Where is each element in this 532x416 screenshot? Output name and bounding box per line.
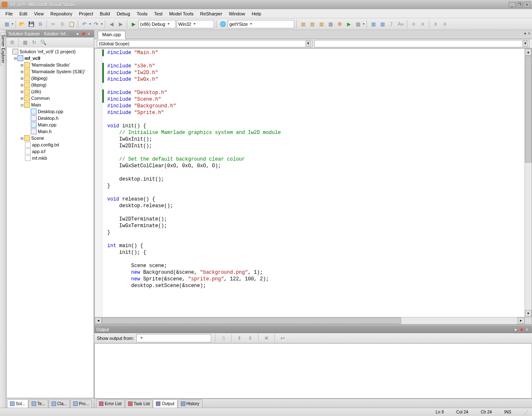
tool-icon[interactable]: ▦ [308, 20, 316, 28]
cut-button[interactable]: ✂ [49, 20, 57, 28]
tree-solution-node[interactable]: Solution 'mf_vc9' (1 project) [7, 48, 94, 55]
tab-error-list[interactable]: Error List [96, 399, 125, 408]
tab-dropdown-icon[interactable]: ▾ [524, 31, 526, 36]
save-all-button[interactable]: ⎘ [36, 20, 44, 28]
menu-model-tools[interactable]: Model Tools [166, 10, 197, 17]
menu-view[interactable]: View [31, 10, 47, 17]
menu-project[interactable]: Project [76, 10, 96, 17]
tab-team-explorer[interactable]: Te... [29, 399, 48, 408]
tree-project-node[interactable]: ⊟mf_vc9 [7, 55, 94, 62]
menu-debug[interactable]: Debug [114, 10, 133, 17]
tree-folder[interactable]: ⊞'Marmalade Studio' [7, 62, 94, 68]
panel-dropdown-icon[interactable]: ▾ [74, 32, 80, 36]
nav-fwd-button[interactable]: ▶ [116, 20, 125, 28]
show-all-icon[interactable]: ▦ [21, 38, 29, 47]
output-tool-icon[interactable]: ⎙ [219, 334, 227, 342]
tree-folder[interactable]: ⊞(zlib) [7, 88, 94, 95]
tree-folder[interactable]: ⊞(libpng) [7, 82, 94, 88]
indent-less-button[interactable]: ≡ [409, 20, 418, 28]
output-tool-icon[interactable]: ⬆ [235, 334, 244, 342]
view-icon[interactable]: 🔍 [39, 38, 47, 47]
tree-folder[interactable]: ⊞'Marmalade System (S3E)' [7, 68, 94, 75]
tool-icon[interactable]: ▦ [369, 20, 377, 28]
scroll-down-icon[interactable]: ▼ [525, 310, 532, 317]
output-clear-icon[interactable]: ✖ [262, 334, 271, 342]
refresh-icon[interactable]: ↻ [30, 38, 38, 47]
tool-icon[interactable]: ⚙ [335, 20, 344, 28]
nav-back-button[interactable]: ◀ [107, 20, 116, 28]
tool-icon[interactable]: ▦ [378, 20, 387, 28]
tab-close-icon[interactable]: × [528, 31, 530, 36]
tool-icon[interactable]: ▦ [317, 20, 325, 28]
scroll-thumb[interactable] [102, 317, 401, 324]
tree-folder-main[interactable]: ⊟Main [7, 102, 94, 108]
vertical-scrollbar[interactable]: ▲ ▼ [525, 49, 532, 317]
comment-button[interactable]: ≡ [431, 20, 440, 28]
tree-folder[interactable]: ⊞Scene [7, 135, 94, 141]
properties-icon[interactable]: ⚙ [8, 38, 16, 47]
tool-icon[interactable]: ▦ [354, 20, 362, 28]
close-button[interactable]: × [524, 2, 530, 7]
menu-help[interactable]: Help [249, 10, 264, 17]
menu-edit[interactable]: Edit [17, 10, 30, 17]
start-debug-button[interactable]: ▶ [129, 20, 138, 28]
solution-tree[interactable]: Solution 'mf_vc9' (1 project) ⊟mf_vc9 ⊞'… [6, 47, 94, 398]
tree-file[interactable]: Main.h [7, 128, 94, 135]
output-source-dropdown[interactable]: ▼ [136, 334, 211, 342]
paste-button[interactable]: 📋 [67, 20, 76, 28]
tab-task-list[interactable]: Task List [125, 399, 153, 408]
scroll-thumb[interactable] [525, 56, 532, 163]
copy-button[interactable]: ⎘ [58, 20, 66, 28]
panel-dropdown-icon[interactable]: ▾ [512, 327, 518, 332]
menu-build[interactable]: Build [97, 10, 113, 17]
code-text[interactable]: #include "Main.h" #include "s3e.h" #incl… [95, 49, 525, 289]
tab-output[interactable]: Output [153, 399, 177, 408]
scroll-up-icon[interactable]: ▲ [525, 49, 532, 56]
scroll-right-icon[interactable]: ▶ [517, 317, 525, 324]
panel-close-icon[interactable]: × [524, 327, 530, 332]
tab-property-manager[interactable]: Pro... [70, 399, 92, 408]
tree-file[interactable]: Main.cpp [7, 121, 94, 128]
tree-file[interactable]: app.config.txt [7, 141, 94, 148]
redo-button[interactable]: ↷ [92, 20, 100, 28]
pin-icon[interactable]: 📌 [80, 32, 86, 36]
tab-history[interactable]: History [178, 399, 202, 408]
tree-file[interactable]: Desktop.cpp [7, 108, 94, 115]
output-tool-icon[interactable]: ⬇ [246, 334, 254, 342]
scroll-left-icon[interactable]: ◀ [95, 317, 102, 324]
output-wrap-icon[interactable]: ↩ [278, 334, 287, 342]
tool-icon[interactable]: ▶ [345, 20, 353, 28]
menu-window[interactable]: Window [226, 10, 248, 17]
indent-more-button[interactable]: ≡ [419, 20, 427, 28]
horizontal-scrollbar[interactable]: ◀ ▶ [95, 317, 525, 324]
tool-icon[interactable]: ⤴ [387, 20, 396, 28]
code-editor[interactable]: #include "Main.h" #include "s3e.h" #incl… [94, 48, 532, 324]
panel-close-icon[interactable]: × [86, 32, 92, 36]
tree-file[interactable]: mf.mkb [7, 155, 94, 161]
save-button[interactable]: 💾 [27, 20, 35, 28]
menu-file[interactable]: File [2, 10, 16, 17]
minimize-button[interactable]: _ [509, 2, 515, 7]
tool-icon[interactable]: ▦ [299, 20, 307, 28]
platform-dropdown[interactable]: Win32▼ [177, 20, 214, 28]
tree-folder[interactable]: ⊞Common [7, 95, 94, 102]
tab-solution-explorer[interactable]: Sol... [7, 399, 28, 408]
server-explorer-tab[interactable]: Server Explorer [0, 32, 6, 65]
tree-folder[interactable]: ⊞(libjpeg) [7, 75, 94, 82]
tab-main-cpp[interactable]: Main.cpp [98, 31, 126, 39]
tree-file[interactable]: app.icf [7, 148, 94, 155]
menu-tools[interactable]: Tools [134, 10, 150, 17]
menu-resharper[interactable]: ReSharper [197, 10, 225, 17]
resize-grip-icon[interactable]: ⋰ [524, 409, 529, 415]
uncomment-button[interactable]: ≡ [441, 20, 449, 28]
member-dropdown[interactable]: ▼ [314, 40, 530, 47]
pin-icon[interactable]: 📌 [518, 327, 524, 332]
tab-class-view[interactable]: Cla... [49, 399, 70, 408]
find-combobox[interactable]: getYSize▼ [228, 20, 294, 28]
find-icon[interactable]: 🌐 [219, 20, 227, 28]
tool-icon[interactable]: A» [397, 20, 405, 28]
tree-file[interactable]: Desktop.h [7, 115, 94, 121]
menu-test[interactable]: Test [151, 10, 165, 17]
open-button[interactable]: 📂 [18, 20, 26, 28]
undo-button[interactable]: ↶ [80, 20, 89, 28]
